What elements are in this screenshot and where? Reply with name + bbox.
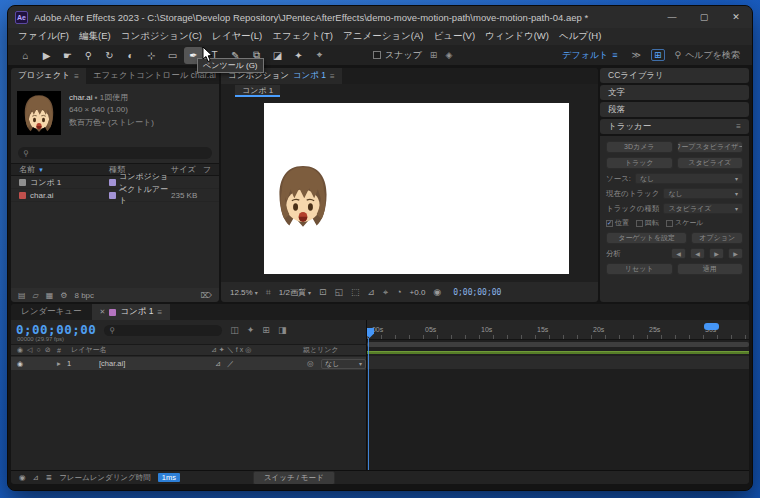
timeline-search-input[interactable]: ⚲	[104, 325, 222, 336]
help-search-icon[interactable]: ⚲	[675, 50, 682, 60]
region-of-interest-icon[interactable]: ⊡	[319, 287, 327, 297]
panel-menu-icon[interactable]: ≡	[158, 308, 163, 317]
layer-duration-bar[interactable]	[367, 351, 749, 354]
label-color-chip[interactable]	[109, 192, 116, 199]
scale-checkbox[interactable]	[666, 220, 673, 227]
column-name[interactable]: 名前 ▼	[11, 164, 109, 175]
menu-view[interactable]: ビュー(V)	[428, 30, 480, 43]
solo-column-icon[interactable]: ○	[37, 346, 41, 354]
tracker-3d-camera-button[interactable]: 3Dカメラ	[606, 141, 673, 153]
comp-mini-flowchart-icon[interactable]: ◫	[230, 325, 239, 342]
workspace-selector[interactable]: デフォルト	[562, 49, 608, 62]
column-layer-name[interactable]: レイヤー名	[71, 345, 211, 355]
titlebar[interactable]: Ae Adobe After Effects 2023 - C:\Storage…	[8, 6, 752, 28]
column-size[interactable]: サイズ	[171, 164, 203, 175]
graph-editor-icon[interactable]: ◨	[278, 325, 287, 342]
switches-modes-button[interactable]: スイッチ / モード	[253, 471, 335, 485]
orbit-tool-button[interactable]: ↻	[100, 47, 119, 64]
grid-guides-icon[interactable]: ⌗	[266, 287, 271, 298]
project-row-footage[interactable]: char.ai ベクトルアート 235 KB	[11, 189, 219, 202]
snap-checkbox[interactable]	[373, 51, 381, 59]
expand-in-out-icon[interactable]: ≣	[46, 473, 52, 482]
color-management-icon[interactable]: ◔	[396, 287, 401, 297]
parent-pickwhip-icon[interactable]: ◎	[307, 359, 321, 368]
composition-viewer[interactable]: コンポ 1	[221, 84, 598, 282]
tab-project[interactable]: プロジェクト ≡	[11, 68, 86, 84]
zoom-tool-button[interactable]: ⚲	[79, 47, 98, 64]
expand-transfer-icon[interactable]: ◉	[19, 473, 26, 482]
tracker-track-button[interactable]: トラック	[606, 157, 673, 169]
expand-time-icon[interactable]: ⊿	[33, 473, 39, 482]
menu-composition[interactable]: コンポジション(C)	[116, 30, 207, 43]
mask-visibility-icon[interactable]: ◱	[334, 287, 343, 297]
close-icon[interactable]: ✕	[100, 308, 106, 316]
hide-shy-icon[interactable]: ⊞	[262, 325, 270, 342]
trash-icon[interactable]: ⌦	[201, 291, 212, 300]
current-time-indicator-line[interactable]	[368, 338, 369, 470]
time-ruler[interactable]: :00s 05s 10s 15s 20s 25s 30s	[367, 320, 749, 340]
eraser-tool-button[interactable]: ◪	[268, 47, 287, 64]
composition-canvas[interactable]	[264, 103, 569, 274]
roto-brush-tool-button[interactable]: ✦	[289, 47, 308, 64]
puppet-tool-button[interactable]: ⌖	[310, 47, 329, 64]
tracker-edit-target-button[interactable]: ターゲットを設定	[606, 232, 687, 244]
help-search-input[interactable]: ヘルプを検索	[685, 49, 740, 62]
pan-behind-tool-button[interactable]: ⊹	[142, 47, 161, 64]
tracker-options-button[interactable]: オプション	[691, 232, 743, 244]
draft-3d-icon[interactable]: ✦	[247, 325, 255, 342]
viewer-timecode[interactable]: 0;00;00;00	[453, 288, 501, 297]
column-more[interactable]: フ	[203, 164, 219, 175]
menu-window[interactable]: ウィンドウ(W)	[480, 30, 554, 43]
transparency-grid-icon[interactable]: ⬚	[351, 287, 360, 297]
panel-cc-libraries[interactable]: CCライブラリ	[600, 68, 749, 83]
snap-option2-icon[interactable]: ◈	[445, 50, 452, 60]
menu-effect[interactable]: エフェクト(T)	[267, 30, 338, 43]
home-tool-button[interactable]: ⌂	[16, 47, 35, 64]
viewer-comp-tab[interactable]: コンポ 1	[235, 85, 280, 97]
workspace-panel-icon[interactable]: ⊞	[651, 49, 665, 61]
analyze-backward-button[interactable]: ◀	[690, 248, 705, 259]
workspace-overflow-icon[interactable]: ≫	[632, 50, 641, 60]
panel-paragraph[interactable]: 段落	[600, 102, 749, 117]
tracker-apply-button[interactable]: 適用	[677, 263, 744, 275]
timeline-track-area[interactable]: :00s 05s 10s 15s 20s 25s 30s	[367, 320, 749, 470]
eye-column-icon[interactable]: ◉	[17, 346, 23, 354]
close-button[interactable]: ✕	[720, 6, 752, 28]
tracker-stabilize-button[interactable]: スタビライズ	[677, 157, 744, 169]
menu-help[interactable]: ヘルプ(H)	[554, 30, 606, 43]
camera-tool-button[interactable]: ◐	[121, 47, 140, 64]
interpret-footage-icon[interactable]: ▤	[18, 291, 26, 300]
new-folder-icon[interactable]: ▱	[33, 291, 39, 300]
snap-option-icon[interactable]: ⊞	[430, 50, 438, 60]
rotation-checkbox[interactable]	[636, 220, 643, 227]
analyze-forward-button[interactable]: ▶	[709, 248, 724, 259]
new-comp-icon[interactable]: ▦	[46, 291, 54, 300]
resolution-dropdown[interactable]: 1/2画質 ▾	[279, 287, 311, 298]
layer-name[interactable]: [char.ai]	[99, 359, 215, 368]
tracker-reset-button[interactable]: リセット	[606, 263, 673, 275]
work-area-bar[interactable]	[367, 342, 749, 347]
analyze-forward-one-button[interactable]: ▶	[728, 248, 743, 259]
bit-depth-button[interactable]: 8 bpc	[74, 291, 94, 300]
time-navigator-handle[interactable]	[704, 323, 719, 330]
pixel-aspect-icon[interactable]: ⊿	[368, 287, 376, 297]
character-artwork[interactable]	[272, 159, 334, 235]
shape-tool-button[interactable]: ▭	[163, 47, 182, 64]
audio-column-icon[interactable]: ◁	[27, 346, 32, 354]
layer-visibility-icon[interactable]: ◉	[11, 360, 25, 368]
menu-animation[interactable]: アニメーション(A)	[338, 30, 429, 43]
panel-menu-icon[interactable]: ≡	[736, 122, 741, 131]
exposure-control[interactable]: +0.0	[410, 288, 426, 297]
tab-render-queue[interactable]: レンダーキュー	[11, 304, 92, 320]
panel-menu-icon[interactable]: ≡	[330, 72, 335, 81]
snapshot-icon[interactable]: ◉	[433, 287, 441, 297]
layer-row-char[interactable]: ◉ ▸ 1 [char.ai] ⊿／ ◎ なし ▾	[11, 357, 366, 370]
analyze-back-one-button[interactable]: ◀	[671, 248, 686, 259]
project-search-input[interactable]: ⚲	[18, 147, 212, 159]
workspace-menu-icon[interactable]: ≡	[612, 50, 617, 60]
tracker-current-track-dropdown[interactable]: なし ▾	[663, 188, 743, 199]
hand-tool-button[interactable]: ☛	[58, 47, 77, 64]
parent-link-dropdown[interactable]: なし ▾	[321, 359, 366, 369]
menu-layer[interactable]: レイヤー(L)	[207, 30, 267, 43]
resolution-target-icon[interactable]: ⌖	[383, 287, 388, 298]
